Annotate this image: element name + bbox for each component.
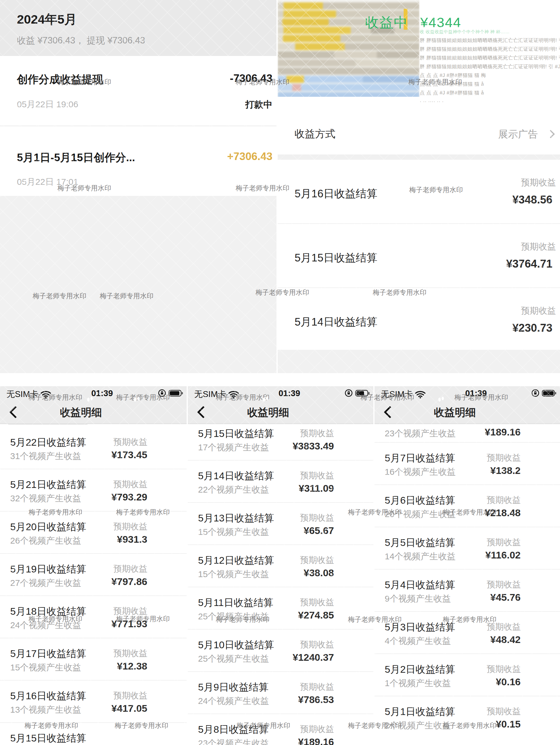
monthly-earnings-panel: 2024年5月 收益 ¥7306.43， 提现 ¥7306.43 创作分成收益提… (0, 0, 277, 373)
expected-earnings-label: 预期收益 (300, 554, 334, 566)
expected-earnings-label: 预期收益 (300, 723, 334, 735)
transaction-amount: +7306.43 (227, 151, 272, 163)
settlement-row[interactable]: 5月12日收益结算15个视频产生收益预期收益¥38.08 (188, 545, 373, 587)
phone-screenshot-3: 无SIM卡 01:39 收益明细 23个视频产生收益¥189.165月7日收益结… (373, 386, 560, 745)
settlement-row[interactable]: 5月3日收益结算4个视频产生收益预期收益¥48.42 (374, 612, 560, 654)
settlement-row[interactable]: 23个视频产生收益¥189.16 (374, 424, 560, 443)
expected-earnings-label: 预期收益 (114, 436, 147, 448)
settlement-row[interactable]: 5月9日收益结算24个视频产生收益预期收益¥786.53 (188, 672, 373, 714)
row-subtitle: 20个视频产生收益 (385, 508, 456, 520)
expected-earnings-label: 预期收益 (114, 605, 147, 617)
row-subtitle: 26个视频产生收益 (10, 535, 81, 547)
white-gap-band (0, 373, 560, 386)
settlement-row[interactable]: 预期收益5月16日收益结算¥348.56 (278, 160, 560, 224)
row-title: 5月17日收益结算 (10, 647, 86, 660)
expected-earnings-label: 预期收益 (487, 452, 521, 464)
settlement-row[interactable]: 5月1日收益结算2个视频产生收益预期收益¥0.15 (374, 696, 560, 738)
glitch-text-line: 点 点 点 #J #胖#胖猫猫 猫 å (420, 80, 560, 89)
settlement-row[interactable]: 5月17日收益结算15个视频产生收益预期收益¥12.38 (0, 638, 187, 681)
settlement-row[interactable]: 5月14日收益结算22个视频产生收益预期收益¥311.09 (188, 460, 373, 503)
battery-icon (542, 390, 557, 397)
settlement-row[interactable]: 5月15日收益结算17个视频产生收益预期收益¥3833.49 (188, 424, 373, 460)
settlement-row[interactable]: 预期收益5月15日收益结算¥3764.71 (278, 224, 560, 288)
row-subtitle: 24个视频产生收益 (198, 695, 269, 707)
settlement-list: 23个视频产生收益¥189.165月7日收益结算16个视频产生收益预期收益¥13… (374, 424, 560, 738)
transaction-status: 打款中 (245, 99, 272, 111)
settlement-row[interactable]: 5月19日收益结算27个视频产生收益预期收益¥797.86 (0, 554, 187, 596)
row-subtitle: 25个视频产生收益 (198, 653, 269, 665)
row-title: 5月15日收益结算 (198, 427, 274, 441)
earnings-method-row[interactable]: 收益方式 展示广告 (278, 117, 560, 155)
page-title: 收益明细 (0, 406, 162, 420)
row-title: 5月8日收益结算 (198, 723, 269, 736)
row-amount: ¥173.45 (112, 449, 147, 460)
expected-earnings-label: 预期收益 (300, 512, 334, 524)
orientation-lock-icon (158, 389, 166, 397)
settlement-row[interactable]: 预期收益5月14日收益结算¥230.73 (278, 288, 560, 352)
glitch-text-block: 收 收益收益中益神中个中个神个神 神 杯……胖 胖猫猫猫姐姐姐姐姐姐晒晒晒殇死汇… (420, 27, 560, 112)
row-title: 5月15日收益结算 (10, 732, 86, 745)
row-subtitle: 23个视频产生收益 (198, 737, 269, 745)
row-amount: ¥230.73 (512, 322, 552, 334)
row-subtitle: 4个视频产生收益 (385, 635, 451, 647)
divider-fragment (0, 424, 187, 427)
expected-earnings-label: 预期收益 (114, 479, 147, 490)
expected-earnings-label: 预期收益 (521, 241, 556, 253)
transaction-date: 05月22日 19:06 (17, 99, 78, 110)
row-subtitle: 15个视频产生收益 (198, 569, 269, 580)
settlement-list: 5月15日收益结算17个视频产生收益预期收益¥3833.495月14日收益结算2… (188, 424, 373, 745)
settlement-row[interactable]: 5月11日收益结算25个视频产生收益预期收益¥274.85 (188, 587, 373, 629)
expected-earnings-label: 预期收益 (300, 597, 334, 608)
nav-bar: 收益明细 (0, 400, 187, 424)
settlement-row[interactable]: 5月2日收益结算1个视频产生收益预期收益¥0.16 (374, 654, 560, 696)
row-amount: ¥12.38 (117, 660, 147, 672)
settlement-row[interactable]: 5月15日收益结算 (0, 723, 187, 745)
settlement-row[interactable]: 5月6日收益结算20个视频产生收益预期收益¥218.48 (374, 485, 560, 527)
row-title: 5月13日收益结算 (198, 512, 274, 525)
expected-earnings-label: 预期收益 (487, 579, 521, 590)
row-amount: ¥189.16 (485, 426, 521, 438)
glitch-text-line: 胖 胖猫猫猫姐姐姐姐姐姐晒晒晒殇死死亡亡汇证证证明明!明! 引 #J #} #热… (420, 45, 560, 54)
settlement-row[interactable]: 5月5日收益结算14个视频产生收益预期收益¥116.02 (374, 527, 560, 570)
phone-screenshot-1: 无SIM卡 01:39 收益明细 5月22日收益结算31个视频产生收益预期收益¥… (0, 386, 187, 745)
expected-earnings-label: 预期收益 (300, 470, 334, 482)
glitch-text-line: 胖 胖猫猫猫姐姐姐姐姐姐晒晒晒殇死死亡亡汇证证证明明!明! 引 #J #} #热… (420, 54, 560, 62)
settlement-row[interactable]: 5月13日收益结算15个视频产生收益预期收益¥65.67 (188, 503, 373, 545)
month-summary: 收益 ¥7306.43， 提现 ¥7306.43 (17, 34, 145, 46)
settlement-row[interactable]: 5月10日收益结算25个视频产生收益预期收益¥1240.37 (188, 629, 373, 672)
row-amount: ¥116.02 (485, 549, 521, 561)
settlement-row[interactable]: 5月4日收益结算9个视频产生收益预期收益¥45.76 (374, 570, 560, 612)
row-amount: ¥38.08 (304, 567, 334, 579)
section-divider-band (278, 155, 560, 160)
settlement-row[interactable]: 5月8日收益结算23个视频产生收益预期收益¥189.16 (188, 714, 373, 745)
settlement-row[interactable]: 5月7日收益结算16个视频产生收益预期收益¥138.2 (374, 443, 560, 485)
transaction-row-withdraw[interactable]: 创作分成收益提现 -7306.43 05月22日 19:06 打款中 (0, 56, 277, 125)
row-amount: ¥786.53 (298, 694, 334, 705)
settlement-row[interactable]: 5月22日收益结算31个视频产生收益预期收益¥173.45 (0, 427, 187, 469)
battery-icon (355, 390, 370, 397)
row-title: 5月11日收益结算 (198, 596, 273, 610)
row-amount: ¥417.05 (112, 703, 147, 714)
row-title: 5月3日收益结算 (385, 620, 455, 634)
row-subtitle: 22个视频产生收益 (198, 484, 269, 496)
expected-earnings-label: 预期收益 (487, 663, 521, 675)
empty-gray-area (0, 196, 277, 373)
transaction-row-income[interactable]: 5月1日-5月15日创作分... +7306.43 05月22日 17:01 (0, 125, 277, 197)
settlement-row[interactable]: 5月16日收益结算13个视频产生收益预期收益¥417.05 (0, 681, 187, 723)
row-amount: ¥45.76 (490, 592, 521, 603)
expected-earnings-panel: 收益中¥4344 收 收益收益中益神中个中个神个神 神 杯……胖 胖猫猫猫姐姐姐… (278, 0, 560, 373)
expected-earnings-label: 预期收益 (114, 563, 147, 575)
row-title: 5月16日收益结算 (294, 187, 377, 201)
row-title: 5月20日收益结算 (10, 520, 86, 534)
row-subtitle: 1个视频产生收益 (385, 677, 451, 689)
row-subtitle: 17个视频产生收益 (198, 442, 269, 454)
expected-earnings-label: 预期收益 (487, 706, 521, 717)
expected-earnings-label: 预期收益 (487, 494, 521, 506)
glitch-text-line: 点 点 点 #J #胖#胖猫猫 猫 å (420, 89, 560, 97)
settlement-row[interactable]: 5月20日收益结算26个视频产生收益预期收益¥931.3 (0, 512, 187, 554)
row-subtitle: 13个视频产生收益 (10, 704, 81, 716)
transaction-amount: -7306.43 (230, 72, 272, 85)
settlement-row[interactable]: 5月18日收益结算24个视频产生收益预期收益¥771.93 (0, 596, 187, 638)
glitch-text-line: · ·· ···· ·· · (420, 97, 560, 106)
settlement-row[interactable]: 5月21日收益结算32个视频产生收益预期收益¥793.29 (0, 469, 187, 512)
